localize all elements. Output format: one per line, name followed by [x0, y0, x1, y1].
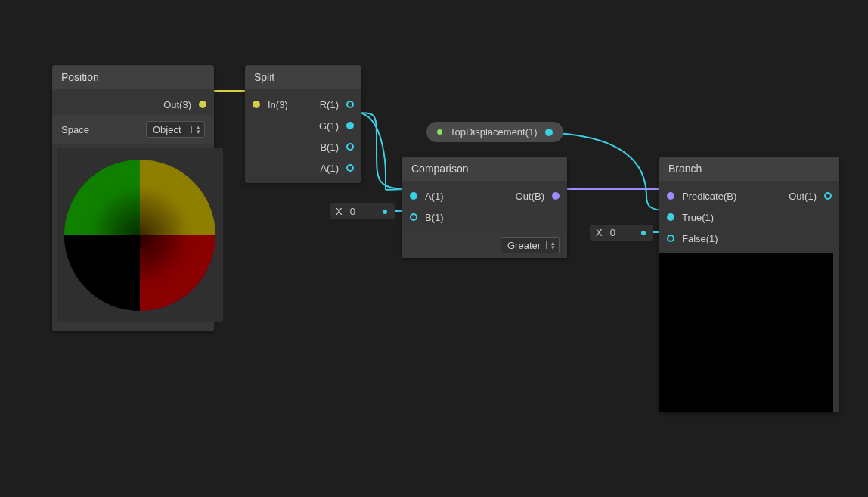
port-label: A(1): [425, 191, 444, 202]
port-split-in[interactable]: In(3): [245, 94, 296, 115]
port-label: B(1): [425, 212, 444, 223]
port-dot-icon[interactable]: [667, 235, 674, 242]
port-split-a[interactable]: A(1): [312, 157, 361, 179]
node-branch[interactable]: Branch Predicate(B) True(1) False(1) Out…: [659, 157, 839, 412]
port-dot-icon[interactable]: [667, 192, 674, 200]
param-label: Space: [61, 124, 89, 135]
chevron-updown-icon: ▴▾: [551, 241, 555, 250]
node-position[interactable]: Position Out(3) Space Object ▴▾: [52, 65, 214, 331]
branch-preview: [659, 253, 833, 412]
node-top-displacement[interactable]: TopDisplacement(1): [426, 122, 563, 142]
port-dot-icon[interactable]: [410, 213, 417, 221]
port-branch-out[interactable]: Out(1): [781, 185, 839, 207]
port-label: R(1): [320, 99, 339, 110]
node-title[interactable]: Comparison: [402, 157, 567, 181]
dropdown-value: Greater: [507, 240, 541, 251]
port-dot-icon[interactable]: [383, 210, 387, 214]
node-comparison[interactable]: Comparison A(1) B(1) Out(B) Greater ▴▾: [402, 157, 567, 258]
port-comparison-a[interactable]: A(1): [402, 185, 451, 207]
param-space: Space Object ▴▾: [52, 115, 214, 144]
port-label: G(1): [319, 120, 339, 132]
port-split-r[interactable]: R(1): [312, 94, 361, 115]
port-dot-icon[interactable]: [552, 192, 560, 200]
port-dot-icon[interactable]: [641, 231, 646, 235]
port-dot-icon[interactable]: [824, 192, 832, 200]
port-comparison-b[interactable]: B(1): [402, 207, 451, 228]
port-split-g[interactable]: G(1): [312, 115, 361, 136]
port-dot-icon[interactable]: [199, 101, 206, 108]
space-dropdown[interactable]: Object ▴▾: [146, 121, 205, 138]
node-split[interactable]: Split In(3) R(1) G(1) B(1) A(1): [245, 65, 361, 183]
node-title[interactable]: Split: [245, 65, 361, 89]
port-label: Out(B): [516, 191, 544, 202]
port-label: Out(3): [163, 99, 191, 110]
port-comparison-out[interactable]: Out(B): [508, 185, 567, 207]
port-dot-icon[interactable]: [253, 101, 260, 108]
port-label: In(3): [268, 99, 288, 110]
port-dot-icon[interactable]: [545, 129, 553, 136]
dropdown-value: Object: [153, 124, 181, 135]
port-label: False(1): [682, 233, 718, 244]
port-split-b[interactable]: B(1): [312, 136, 361, 157]
comparison-mode-dropdown[interactable]: Greater ▴▾: [501, 237, 560, 253]
position-preview: [57, 148, 223, 322]
port-position-out[interactable]: Out(3): [52, 94, 214, 115]
inline-value-branch-false[interactable]: X 0: [590, 225, 653, 241]
value-number[interactable]: 0: [610, 227, 615, 238]
preview-circle: [64, 160, 215, 311]
port-dot-icon[interactable]: [346, 143, 354, 151]
chevron-updown-icon: ▴▾: [197, 125, 200, 134]
port-dot-icon[interactable]: [667, 213, 674, 221]
port-label: Out(1): [789, 191, 817, 202]
node-title[interactable]: Position: [52, 65, 214, 89]
port-dot-icon[interactable]: [346, 101, 354, 108]
value-prefix: X: [596, 227, 603, 238]
pill-label: TopDisplacement(1): [450, 126, 538, 138]
node-title[interactable]: Branch: [659, 157, 839, 181]
port-label: A(1): [320, 163, 339, 174]
port-dot-icon[interactable]: [437, 129, 442, 135]
port-dot-icon[interactable]: [346, 164, 354, 172]
port-dot-icon[interactable]: [410, 192, 417, 200]
port-label: Predicate(B): [682, 191, 736, 202]
port-branch-true[interactable]: True(1): [659, 207, 744, 228]
value-number[interactable]: 0: [350, 206, 355, 217]
comparison-footer: Greater ▴▾: [402, 232, 567, 258]
port-branch-false[interactable]: False(1): [659, 228, 744, 249]
port-label: B(1): [320, 141, 339, 153]
value-prefix: X: [336, 206, 343, 217]
port-dot-icon[interactable]: [346, 122, 354, 129]
inline-value-comparison-b[interactable]: X 0: [330, 203, 395, 219]
port-label: True(1): [682, 212, 714, 223]
port-branch-predicate[interactable]: Predicate(B): [659, 185, 744, 207]
